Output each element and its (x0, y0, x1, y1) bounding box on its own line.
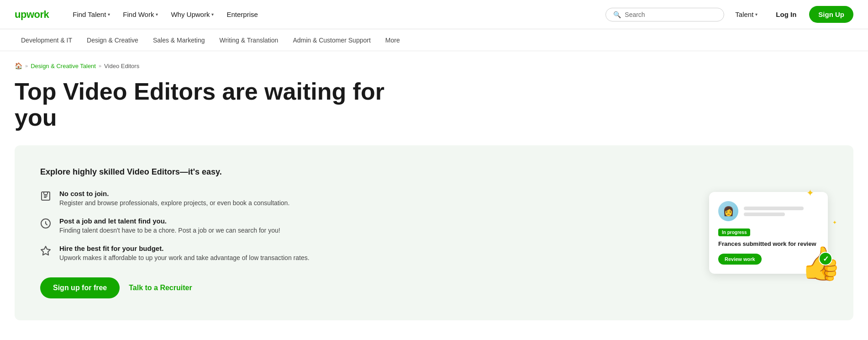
main-nav: Find Talent ▾ Find Work ▾ Why Upwork ▾ E… (67, 7, 594, 22)
feature-desc-1: Register and browse professionals, explo… (59, 198, 289, 208)
secondary-nav: Development & IT Design & Creative Sales… (0, 29, 868, 51)
home-icon[interactable]: 🏠 (15, 62, 22, 69)
search-placeholder: Search (625, 11, 645, 18)
nav-enterprise[interactable]: Enterprise (221, 7, 263, 22)
content-section: Explore highly skilled Video Editors—it'… (15, 145, 853, 320)
breadcrumb: 🏠 » Design & Creative Talent » Video Edi… (0, 51, 868, 75)
feature-text-3: Hire the best fit for your budget. Upwor… (59, 244, 310, 263)
search-bar[interactable]: 🔍 Search (605, 8, 724, 21)
chevron-down-icon: ▾ (156, 12, 158, 17)
feature-desc-3: Upwork makes it affordable to up your wo… (59, 253, 310, 263)
feature-item-1: No cost to join. Register and browse pro… (40, 190, 687, 208)
logo[interactable]: upwork (15, 9, 49, 21)
breadcrumb-separator-2: » (99, 63, 101, 69)
feature-title-1: No cost to join. (59, 190, 289, 197)
card-line-long (744, 207, 804, 210)
feature-text-1: No cost to join. Register and browse pro… (59, 190, 289, 208)
sparkle-icon: ✦ (806, 187, 814, 198)
avatar: 👩 (718, 201, 738, 221)
chevron-down-icon: ▾ (211, 12, 214, 17)
page-title: Top Video Editors are waiting for you (0, 75, 411, 145)
feature-text-2: Post a job and let talent find you. Find… (59, 217, 280, 235)
content-left: Explore highly skilled Video Editors—it'… (40, 167, 687, 298)
post-job-icon (40, 218, 53, 231)
feature-item-3: Hire the best fit for your budget. Upwor… (40, 244, 687, 263)
signup-button[interactable]: Sign Up (809, 6, 853, 23)
sec-nav-sales[interactable]: Sales & Marketing (147, 33, 211, 48)
sec-nav-development[interactable]: Development & IT (15, 33, 79, 48)
card-lines (744, 207, 819, 216)
breadcrumb-separator-1: » (25, 63, 28, 69)
card-line-short (744, 212, 785, 216)
budget-icon (40, 245, 53, 258)
sparkle-icon-2: ✦ (832, 219, 837, 226)
feature-item-2: Post a job and let talent find you. Find… (40, 217, 687, 235)
illustration-area: ✦ ✦ 👩 In progress Frances submitted work… (709, 192, 828, 274)
content-subtitle: Explore highly skilled Video Editors—it'… (40, 167, 687, 177)
chevron-down-icon: ▾ (755, 12, 758, 17)
sec-nav-admin[interactable]: Admin & Customer Support (286, 33, 377, 48)
signup-free-button[interactable]: Sign up for free (40, 277, 120, 298)
header: upwork Find Talent ▾ Find Work ▾ Why Upw… (0, 0, 868, 29)
no-cost-icon (40, 191, 53, 203)
logo-text: upwork (15, 9, 49, 21)
nav-why-upwork[interactable]: Why Upwork ▾ (165, 7, 219, 22)
status-badge: In progress (718, 228, 750, 236)
header-right: 🔍 Search Talent ▾ Log In Sign Up (605, 6, 853, 23)
talent-dropdown[interactable]: Talent ▾ (730, 7, 763, 22)
card-header: 👩 (718, 201, 819, 221)
feature-desc-2: Finding talent doesn't have to be a chor… (59, 226, 280, 235)
feature-list: No cost to join. Register and browse pro… (40, 190, 687, 263)
login-button[interactable]: Log In (768, 7, 804, 22)
review-work-button[interactable]: Review work (718, 254, 762, 265)
search-icon: 🔍 (613, 11, 621, 18)
breadcrumb-current: Video Editors (104, 63, 139, 69)
breadcrumb-design-link[interactable]: Design & Creative Talent (31, 63, 96, 69)
feature-title-2: Post a job and let talent find you. (59, 217, 280, 225)
feature-title-3: Hire the best fit for your budget. (59, 244, 310, 252)
sec-nav-design[interactable]: Design & Creative (80, 33, 145, 48)
nav-find-talent[interactable]: Find Talent ▾ (67, 7, 116, 22)
chevron-down-icon: ▾ (108, 12, 110, 17)
sec-nav-writing[interactable]: Writing & Translation (213, 33, 285, 48)
cta-row: Sign up for free Talk to a Recruiter (40, 277, 687, 298)
nav-find-work[interactable]: Find Work ▾ (117, 7, 163, 22)
talk-to-recruiter-button[interactable]: Talk to a Recruiter (129, 284, 192, 292)
sec-nav-more[interactable]: More (379, 33, 406, 48)
